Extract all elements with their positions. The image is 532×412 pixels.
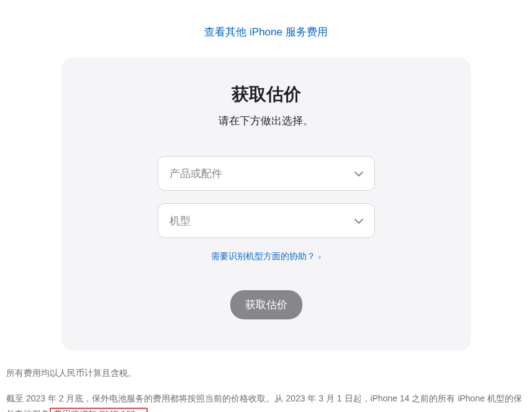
get-estimate-button[interactable]: 获取估价 — [230, 290, 302, 319]
chevron-right-icon: › — [317, 253, 321, 260]
model-select[interactable]: 机型 — [158, 203, 375, 238]
footer-text: 所有费用均以人民币计算且含税。 截至 2023 年 2 月底，保外电池服务的费用… — [6, 365, 526, 412]
submit-wrapper: 获取估价 — [92, 290, 440, 319]
product-select[interactable]: 产品或配件 — [158, 156, 375, 191]
help-identify-link-wrapper: 需要识别机型方面的协助？ › — [92, 250, 440, 262]
product-select-placeholder: 产品或配件 — [169, 167, 222, 181]
help-identify-label: 需要识别机型方面的协助？ — [211, 251, 315, 261]
chevron-down-icon — [354, 214, 363, 227]
help-identify-link[interactable]: 需要识别机型方面的协助？ › — [211, 251, 321, 261]
footer-line-1: 所有费用均以人民币计算且含税。 — [6, 365, 526, 381]
card-subtitle: 请在下方做出选择。 — [92, 114, 440, 128]
product-select-wrapper: 产品或配件 — [158, 156, 375, 191]
card-title: 获取估价 — [92, 83, 440, 106]
model-select-wrapper: 机型 — [158, 203, 375, 238]
footer-line-2: 截至 2023 年 2 月底，保外电池服务的费用都将按照当前的价格收取。从 20… — [6, 391, 526, 412]
footer-highlight: 费用将增加 RMB 169。 — [50, 408, 148, 412]
model-select-placeholder: 机型 — [169, 214, 191, 228]
estimate-card: 获取估价 请在下方做出选择。 产品或配件 机型 需要识别机型方面的协助？ › — [61, 58, 471, 350]
view-other-services-anchor[interactable]: 查看其他 iPhone 服务费用 — [204, 26, 327, 38]
chevron-down-icon — [354, 167, 363, 180]
view-other-services-link: 查看其他 iPhone 服务费用 — [0, 25, 532, 39]
